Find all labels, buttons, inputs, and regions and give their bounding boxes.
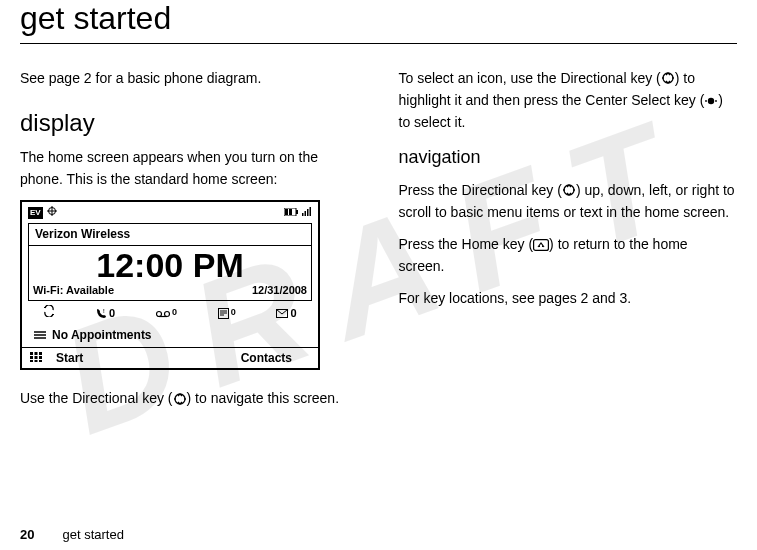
column-left: See page 2 for a basic phone diagram. di… xyxy=(20,68,359,420)
svg-rect-31 xyxy=(39,360,42,362)
two-column-layout: See page 2 for a basic phone diagram. di… xyxy=(20,68,737,420)
ev-indicator: EV xyxy=(28,207,43,219)
directional-key-icon xyxy=(661,70,675,92)
svg-point-13 xyxy=(164,311,169,316)
battery-icon xyxy=(284,204,298,221)
svg-text:!: ! xyxy=(103,308,105,314)
svg-point-12 xyxy=(156,311,161,316)
svg-point-38 xyxy=(705,100,707,102)
appointments-label: No Appointments xyxy=(52,326,152,345)
svg-point-41 xyxy=(564,185,574,195)
sync-icon xyxy=(43,305,55,322)
svg-rect-44 xyxy=(534,240,549,251)
svg-point-32 xyxy=(175,394,185,404)
display-desc: The home screen appears when you turn on… xyxy=(20,147,359,190)
svg-rect-28 xyxy=(39,356,42,359)
svg-point-43 xyxy=(573,189,575,191)
nav-p1: Press the Directional key () up, down, l… xyxy=(399,180,738,224)
start-grid-icon xyxy=(30,349,42,368)
message-counter: 0 xyxy=(218,306,236,320)
svg-rect-26 xyxy=(30,356,33,359)
page-number: 20 xyxy=(20,527,34,542)
calendar-list-icon xyxy=(34,326,46,345)
svg-rect-10 xyxy=(310,207,312,216)
svg-rect-7 xyxy=(302,213,304,216)
use-directional-line: Use the Directional key () to navigate t… xyxy=(20,388,359,410)
softkey-right: Contacts xyxy=(174,349,312,368)
signal-icon xyxy=(302,204,312,221)
svg-point-34 xyxy=(184,398,186,400)
page-footer: 20 get started xyxy=(20,527,124,542)
home-key-icon xyxy=(533,236,549,258)
svg-rect-4 xyxy=(285,209,288,215)
svg-point-36 xyxy=(662,78,664,80)
column-right: To select an icon, use the Directional k… xyxy=(399,68,738,420)
nav-p2: Press the Home key () to return to the h… xyxy=(399,234,738,278)
sms-icon xyxy=(218,308,229,319)
softkey-left: Start xyxy=(28,349,174,368)
date-label: 12/31/2008 xyxy=(252,282,307,299)
svg-rect-23 xyxy=(30,352,33,355)
svg-rect-5 xyxy=(289,209,292,215)
svg-rect-9 xyxy=(307,209,309,216)
directional-key-icon xyxy=(562,182,576,204)
svg-point-37 xyxy=(672,78,674,80)
svg-rect-6 xyxy=(296,210,298,214)
voicemail-counter: 0 xyxy=(156,306,177,320)
navigation-heading: navigation xyxy=(399,144,738,172)
softkey-bar: Start Contacts xyxy=(22,347,318,369)
intro-line: See page 2 for a basic phone diagram. xyxy=(20,68,359,90)
svg-point-42 xyxy=(563,189,565,191)
nav-p3: For key locations, see pages 2 and 3. xyxy=(399,288,738,310)
counters-row: ! 0 0 0 0 xyxy=(22,301,318,324)
missed-call-icon: ! xyxy=(96,308,107,319)
directional-key-icon xyxy=(173,391,187,413)
display-heading: display xyxy=(20,104,359,141)
clock-time: 12:00 PM xyxy=(29,246,311,282)
location-icon xyxy=(47,204,57,221)
svg-rect-24 xyxy=(35,352,38,355)
phone-home-screen-figure: EV Verizon Wire xyxy=(20,200,320,370)
voicemail-icon xyxy=(156,309,170,318)
svg-rect-29 xyxy=(30,360,33,362)
appointments-row: No Appointments xyxy=(22,324,318,347)
envelope-icon xyxy=(276,309,288,318)
svg-point-40 xyxy=(708,97,714,103)
svg-point-33 xyxy=(174,398,176,400)
wifi-status: Wi-Fi: Available xyxy=(33,282,114,299)
select-icon-line: To select an icon, use the Directional k… xyxy=(399,68,738,134)
title-rule xyxy=(20,43,737,44)
email-counter: 0 xyxy=(276,305,296,322)
carrier-label: Verizon Wireless xyxy=(29,224,311,246)
page-title: get started xyxy=(20,0,737,37)
center-select-key-icon xyxy=(704,93,718,115)
footer-section-label: get started xyxy=(62,527,123,542)
svg-point-35 xyxy=(663,73,673,83)
missed-calls-counter: ! 0 xyxy=(96,305,115,322)
svg-point-39 xyxy=(715,100,717,102)
svg-rect-8 xyxy=(305,211,307,216)
svg-rect-27 xyxy=(35,356,38,359)
status-bar: EV xyxy=(22,202,318,223)
svg-rect-30 xyxy=(35,360,38,362)
svg-rect-25 xyxy=(39,352,42,355)
